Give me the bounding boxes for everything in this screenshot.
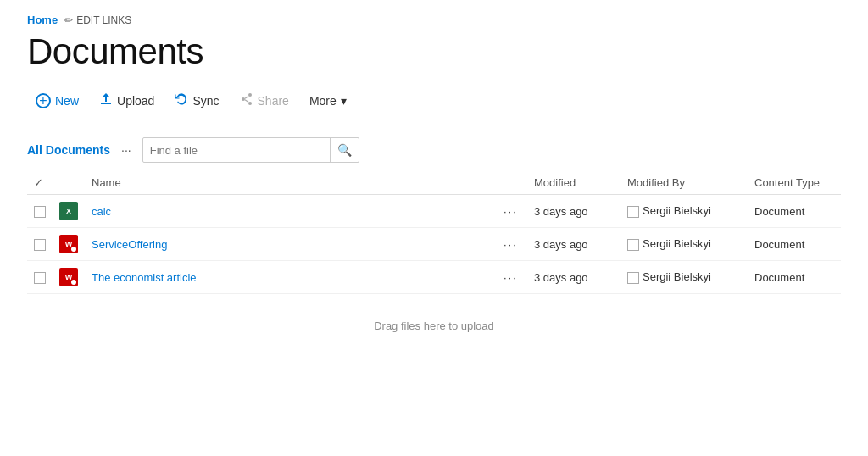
table-header-row: ✓ Name Modified Modified By Content Type (27, 171, 841, 195)
drag-drop-area: Drag files here to upload (27, 294, 841, 358)
all-documents-tab[interactable]: All Documents (27, 143, 110, 157)
upload-button[interactable]: Upload (91, 87, 163, 114)
content-type-header: Content Type (748, 171, 841, 195)
excel-icon: X (59, 202, 78, 220)
upload-icon (99, 92, 113, 109)
upload-label: Upload (117, 94, 154, 108)
file-table: ✓ Name Modified Modified By Content Type… (27, 171, 841, 294)
row-ellipsis-icon[interactable]: ··· (504, 271, 518, 284)
file-content-type: Document (748, 228, 841, 261)
file-icon-cell: W (53, 228, 85, 261)
drag-drop-text: Drag files here to upload (374, 320, 494, 332)
select-all-header: ✓ (27, 171, 53, 195)
svg-point-0 (248, 93, 252, 97)
row-checkbox[interactable] (34, 239, 46, 251)
table-row: WThe economist article···3 days agoSergi… (27, 261, 841, 294)
svg-point-1 (248, 102, 252, 105)
share-button[interactable]: Share (231, 87, 298, 114)
search-button[interactable]: 🔍 (330, 138, 359, 162)
file-name[interactable]: calc (85, 195, 497, 228)
new-label: New (55, 94, 79, 108)
row-actions-button[interactable]: ··· (497, 228, 527, 261)
actions-header (497, 171, 527, 195)
share-icon (240, 92, 253, 109)
modified-by-checkbox[interactable] (627, 239, 639, 251)
icon-header (53, 171, 85, 195)
file-icon-cell: X (53, 195, 85, 228)
svg-point-2 (242, 97, 245, 101)
file-name[interactable]: The economist article (85, 261, 497, 294)
row-checkbox-cell (27, 261, 53, 294)
sync-label: Sync (192, 94, 219, 108)
file-modified-by: Sergii Bielskyi (620, 261, 748, 294)
more-label: More (309, 94, 337, 108)
modified-by-checkbox[interactable] (627, 272, 639, 284)
toolbar: + New Upload Sync Share (27, 87, 841, 125)
search-input[interactable] (143, 141, 330, 160)
view-options-button[interactable]: ··· (117, 142, 136, 158)
sync-button[interactable]: Sync (166, 87, 227, 114)
breadcrumb-home[interactable]: Home (27, 14, 58, 26)
row-ellipsis-icon[interactable]: ··· (504, 238, 518, 251)
file-content-type: Document (748, 261, 841, 294)
search-box: 🔍 (142, 137, 359, 163)
row-checkbox[interactable] (34, 272, 46, 284)
search-icon: 🔍 (337, 143, 352, 157)
row-checkbox-cell (27, 228, 53, 261)
share-label: Share (258, 94, 289, 108)
file-modified-date: 3 days ago (527, 228, 620, 261)
modified-header: Modified (527, 171, 620, 195)
table-row: Xcalc···3 days agoSergii BielskyiDocumen… (27, 195, 841, 228)
file-modified-date: 3 days ago (527, 261, 620, 294)
modified-by-checkbox[interactable] (627, 206, 639, 218)
row-actions-button[interactable]: ··· (497, 261, 527, 294)
file-content-type: Document (748, 195, 841, 228)
file-icon-cell: W (53, 261, 85, 294)
file-modified-date: 3 days ago (527, 195, 620, 228)
new-icon: + (36, 93, 51, 108)
row-checkbox-cell (27, 195, 53, 228)
word-icon: W (59, 268, 78, 286)
edit-links-label: EDIT LINKS (76, 14, 131, 26)
sync-icon (175, 92, 188, 109)
page-title: Documents (27, 31, 841, 72)
more-button[interactable]: More ▾ (301, 89, 355, 113)
modified-by-header: Modified By (620, 171, 748, 195)
row-actions-button[interactable]: ··· (497, 195, 527, 228)
file-name[interactable]: ServiceOffering (85, 228, 497, 261)
pencil-icon: ✏ (64, 14, 73, 26)
chevron-down-icon: ▾ (341, 94, 347, 108)
file-modified-by: Sergii Bielskyi (620, 195, 748, 228)
edit-links-btn[interactable]: ✏ EDIT LINKS (64, 14, 131, 26)
view-bar: All Documents ··· 🔍 (27, 137, 841, 163)
file-modified-by: Sergii Bielskyi (620, 228, 748, 261)
table-row: WServiceOffering···3 days agoSergii Biel… (27, 228, 841, 261)
name-header: Name (85, 171, 497, 195)
breadcrumb: Home ✏ EDIT LINKS (27, 14, 841, 26)
row-ellipsis-icon[interactable]: ··· (504, 205, 518, 218)
word-icon: W (59, 235, 78, 253)
new-button[interactable]: + New (27, 88, 87, 114)
row-checkbox[interactable] (34, 206, 46, 218)
